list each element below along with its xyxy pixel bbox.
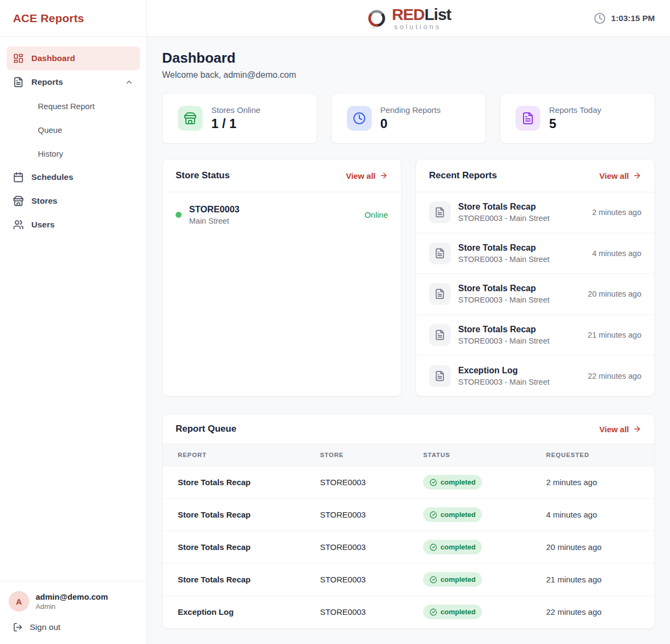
- table-row[interactable]: Store Totals Recap STORE0003 completed 4…: [163, 499, 654, 531]
- report-title: Exception Log: [458, 366, 550, 375]
- sign-out-label: Sign out: [30, 622, 61, 632]
- sidebar-item-label: Dashboard: [31, 53, 75, 63]
- report-store: STORE0003 - Main Street: [458, 214, 550, 223]
- queue-report-name: Exception Log: [163, 596, 320, 628]
- store-online-status: Online: [365, 210, 388, 219]
- check-circle-icon: [430, 479, 437, 486]
- report-time: 21 minutes ago: [588, 331, 641, 339]
- sign-out-button[interactable]: Sign out: [9, 622, 138, 632]
- recent-report-item[interactable]: Store Totals Recap STORE0003 - Main Stre…: [416, 192, 654, 233]
- table-row[interactable]: Exception Log STORE0003 completed 22 min…: [163, 596, 654, 628]
- sidebar-item-dashboard[interactable]: Dashboard: [6, 46, 140, 70]
- recent-report-item[interactable]: Store Totals Recap STORE0003 - Main Stre…: [416, 315, 654, 356]
- queue-report-name: Store Totals Recap: [163, 531, 320, 564]
- status-badge: completed: [423, 605, 482, 619]
- store-status-view-all-link[interactable]: View all: [346, 171, 388, 180]
- user-info: A admin@demo.com Admin: [9, 591, 138, 612]
- chevron-up-icon[interactable]: [125, 78, 133, 86]
- user-email: admin@demo.com: [36, 592, 108, 601]
- store-icon: [13, 196, 24, 206]
- column-header-store: Store: [320, 444, 423, 466]
- status-badge: completed: [423, 507, 482, 522]
- sidebar-item-history[interactable]: History: [6, 142, 140, 165]
- user-role: Admin: [36, 602, 108, 611]
- file-text-icon: [434, 371, 445, 381]
- status-badge: completed: [423, 572, 482, 587]
- file-text-icon: [521, 112, 534, 125]
- arrow-right-icon: [633, 171, 641, 180]
- status-badge: completed: [423, 540, 482, 554]
- queue-store-code: STORE0003: [320, 499, 423, 531]
- welcome-message: Welcome back, admin@demo.com: [162, 70, 655, 80]
- file-text-icon: [434, 330, 445, 340]
- status-label: completed: [440, 575, 475, 583]
- stat-value: 1 / 1: [211, 116, 260, 131]
- sidebar-item-users[interactable]: Users: [6, 213, 140, 237]
- status-badge: completed: [423, 475, 482, 489]
- top-header: REDList solutions 1:03:15 PM: [147, 0, 670, 37]
- sidebar-item-label: Stores: [31, 196, 57, 206]
- queue-requested-time: 4 minutes ago: [546, 499, 654, 531]
- view-all-label: View all: [599, 171, 629, 180]
- report-queue-table: Report Store Status Requested Store Tota…: [163, 444, 654, 628]
- sidebar-item-schedules[interactable]: Schedules: [6, 165, 140, 189]
- store-status-panel: Store Status View all STORE0003 Main Str…: [162, 159, 401, 397]
- queue-requested-time: 21 minutes ago: [546, 564, 654, 596]
- status-label: completed: [440, 543, 475, 551]
- column-header-requested: Requested: [546, 444, 654, 466]
- calendar-icon: [13, 172, 24, 183]
- file-text-icon: [434, 248, 445, 259]
- stat-card-stores-online: Stores Online 1 / 1: [162, 93, 317, 144]
- table-row[interactable]: Store Totals Recap STORE0003 completed 2…: [163, 564, 654, 596]
- check-circle-icon: [430, 576, 437, 583]
- queue-report-name: Store Totals Recap: [163, 499, 320, 531]
- recent-report-item[interactable]: Store Totals Recap STORE0003 - Main Stre…: [416, 274, 654, 315]
- view-all-label: View all: [346, 171, 376, 180]
- recent-report-item[interactable]: Store Totals Recap STORE0003 - Main Stre…: [416, 233, 654, 274]
- store-status-row[interactable]: STORE0003 Main Street Online: [163, 192, 401, 237]
- stat-cards: Stores Online 1 / 1 Pending Reports 0: [162, 93, 655, 144]
- app-title: ACE Reports: [0, 0, 146, 37]
- sidebar-subitem-label: Request Report: [38, 102, 95, 111]
- column-header-status: Status: [423, 444, 546, 466]
- store-code: STORE0003: [189, 204, 239, 214]
- sidebar-item-reports[interactable]: Reports: [6, 70, 140, 94]
- report-time: 22 minutes ago: [588, 372, 641, 380]
- sidebar-item-stores[interactable]: Stores: [6, 189, 140, 213]
- sidebar-item-queue[interactable]: Queue: [6, 118, 140, 142]
- table-row[interactable]: Store Totals Recap STORE0003 completed 2…: [163, 466, 654, 499]
- sidebar-subitem-label: Queue: [38, 125, 62, 135]
- file-text-icon: [434, 207, 445, 218]
- page-title: Dashboard: [162, 50, 655, 66]
- redlist-logo: REDList solutions: [366, 6, 451, 30]
- report-queue-view-all-link[interactable]: View all: [599, 425, 641, 434]
- avatar: A: [9, 591, 29, 612]
- logo-swirl-icon: [366, 8, 387, 29]
- report-time: 20 minutes ago: [588, 290, 641, 298]
- report-title: Store Totals Recap: [458, 284, 550, 293]
- logo-dark-part: List: [425, 5, 451, 23]
- sidebar-item-label: Users: [31, 220, 55, 230]
- table-row[interactable]: Store Totals Recap STORE0003 completed 2…: [163, 531, 654, 564]
- recent-reports-panel: Recent Reports View all Store Totals Rec…: [416, 159, 655, 397]
- report-time: 4 minutes ago: [592, 249, 641, 258]
- sidebar-user-section: A admin@demo.com Admin Sign out: [0, 581, 146, 644]
- sidebar: ACE Reports Dashboard Reports Request Re…: [0, 0, 147, 644]
- report-title: Store Totals Recap: [458, 202, 550, 212]
- store-icon: [184, 112, 197, 125]
- report-queue-panel: Report Queue View all Report Store Statu…: [162, 414, 655, 629]
- report-title: Store Totals Recap: [458, 243, 550, 253]
- report-title: Store Totals Recap: [458, 325, 550, 334]
- status-label: completed: [440, 608, 475, 616]
- dashboard-grid-icon: [13, 53, 24, 64]
- queue-store-code: STORE0003: [320, 531, 423, 564]
- queue-store-code: STORE0003: [320, 596, 423, 628]
- sidebar-item-request-report[interactable]: Request Report: [6, 94, 140, 118]
- queue-report-name: Store Totals Recap: [163, 466, 320, 499]
- queue-requested-time: 22 minutes ago: [546, 596, 654, 628]
- status-label: completed: [440, 478, 475, 486]
- recent-report-item[interactable]: Exception Log STORE0003 - Main Street 22…: [416, 355, 654, 396]
- queue-store-code: STORE0003: [320, 466, 423, 499]
- recent-reports-view-all-link[interactable]: View all: [599, 171, 641, 180]
- check-circle-icon: [430, 544, 437, 551]
